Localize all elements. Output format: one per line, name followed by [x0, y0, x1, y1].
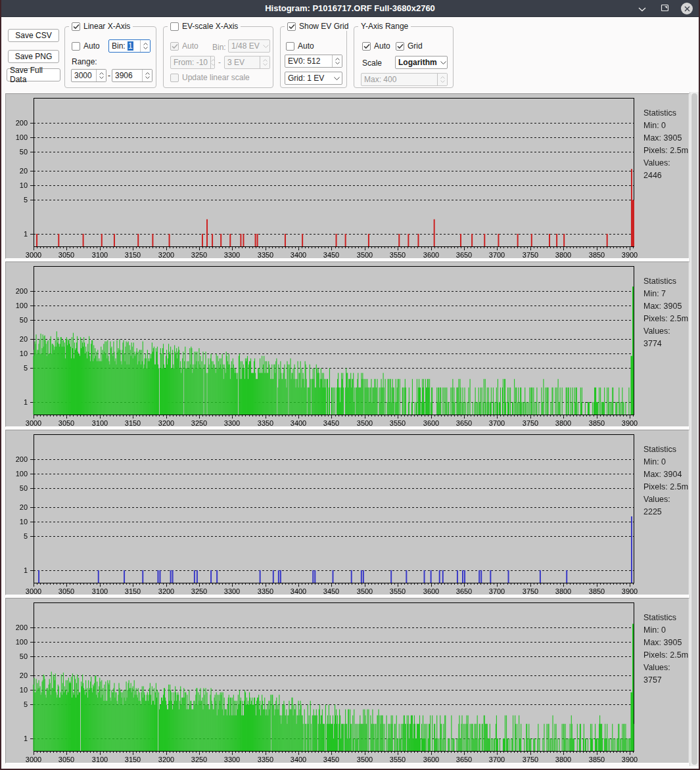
spin-up-icon [99, 72, 104, 75]
histogram-panel-blue: Statistics Min: 0 Max: 3904 Pixels: 2.5m… [5, 430, 689, 595]
range-separator: - [108, 71, 110, 80]
ev0-spinbox[interactable]: EV0: 512 [285, 55, 342, 68]
statistics-block: Statistics Min: 0 Max: 3905 Pixels: 2.5m… [643, 612, 689, 687]
spin-arrows[interactable] [140, 40, 150, 52]
spin-up-icon [440, 76, 445, 79]
spin-up-icon [145, 72, 150, 75]
save-full-data-button[interactable]: Save Full Data [7, 68, 60, 81]
spin-down-icon [335, 62, 340, 64]
linear-auto-checkbox[interactable] [72, 42, 80, 51]
spin-arrows [260, 57, 269, 68]
stat-min: Min: 7 [643, 288, 689, 300]
spin-down-icon [145, 76, 150, 79]
statistics-title: Statistics [643, 275, 689, 288]
stat-min: Min: 0 [643, 120, 689, 132]
titlebar[interactable]: Histogram: P1016717.ORF Full-3680x2760 [1, 0, 699, 17]
spin-up-icon [335, 58, 340, 60]
y-auto-checkbox[interactable] [362, 42, 371, 51]
spin-arrows[interactable] [332, 55, 342, 67]
y-axis-range-group: Y-Axis Range Auto Grid Scale Logarithm M… [354, 26, 454, 88]
stat-values: Values: 2446 [643, 157, 689, 182]
stat-min: Min: 0 [643, 624, 689, 637]
ev-range-separator: - [218, 58, 221, 67]
y-grid-label: Grid [408, 41, 423, 51]
ev-from-spinbox: From: -10 [170, 56, 215, 69]
histogram-canvas-blue [6, 430, 689, 595]
stat-max: Max: 3905 [643, 637, 689, 649]
spin-up-icon [143, 43, 148, 45]
linear-x-axis-checkbox[interactable] [72, 22, 80, 31]
statistics-block: Statistics Min: 0 Max: 3904 Pixels: 2.5m… [643, 443, 689, 518]
close-icon [681, 3, 693, 14]
statistics-block: Statistics Min: 0 Max: 3905 Pixels: 2.5m… [643, 107, 689, 182]
app-window: Histogram: P1016717.ORF Full-3680x2760 S… [0, 0, 700, 770]
stat-max: Max: 3905 [643, 300, 689, 313]
ev-scale-checkbox[interactable] [170, 22, 179, 31]
spin-down-icon [440, 80, 445, 83]
spin-up-icon [211, 59, 215, 62]
spin-down-icon [99, 76, 104, 79]
scale-label: Scale [362, 58, 382, 68]
statistics-title: Statistics [643, 612, 689, 624]
histogram-panel-green: Statistics Min: 7 Max: 3905 Pixels: 2.5m… [5, 261, 689, 427]
statistics-title: Statistics [643, 107, 689, 120]
ev-scale-group: EV-scale X-Axis Auto Bin: 1/48 EV From: … [163, 26, 273, 88]
save-png-button[interactable]: Save PNG [8, 50, 59, 63]
show-ev-grid-checkbox[interactable] [287, 22, 296, 31]
linear-x-axis-group: Linear X-Axis Auto Bin: 1 Range: 3000 - … [64, 26, 156, 88]
y-auto-label: Auto [374, 41, 390, 51]
scale-combobox[interactable]: Logarithm [395, 56, 448, 69]
spin-arrows[interactable] [96, 70, 106, 81]
save-csv-button[interactable]: Save CSV [8, 29, 59, 42]
scrollbar-handle[interactable] [691, 93, 697, 765]
window-title: Histogram: P1016717.ORF Full-3680x2760 [265, 3, 435, 13]
grid-step-combobox[interactable]: Grid: 1 EV [285, 72, 342, 85]
ev-to-spinbox: 3 EV [224, 56, 270, 69]
check-icon [73, 24, 80, 30]
ev-auto-label: Auto [182, 41, 198, 51]
range-max-spinbox[interactable]: 3906 [112, 69, 152, 82]
update-linear-scale-label: Update linear scale [182, 73, 250, 82]
range-label: Range: [72, 57, 97, 66]
statistics-block: Statistics Min: 7 Max: 3905 Pixels: 2.5m… [643, 275, 689, 350]
spin-up-icon [263, 59, 268, 62]
bin-value-selected: 1 [128, 41, 133, 51]
stat-pixels: Pixels: 2.5m [643, 649, 689, 662]
stat-min: Min: 0 [643, 456, 689, 468]
linear-x-axis-label: Linear X-Axis [83, 22, 130, 31]
histogram-panel-green2: Statistics Min: 0 Max: 3905 Pixels: 2.5m… [5, 598, 689, 763]
y-grid-checkbox[interactable] [396, 42, 404, 51]
check-icon [363, 43, 370, 49]
linear-auto-label: Auto [83, 41, 100, 51]
spin-arrows [437, 74, 447, 85]
spin-arrows [210, 57, 215, 68]
y-max-spinbox: Max: 400 [361, 73, 448, 86]
check-icon [289, 24, 295, 30]
spin-arrows[interactable] [142, 70, 152, 81]
histogram-canvas-green [6, 262, 689, 426]
histogram-canvas-green2 [6, 599, 689, 763]
ev-grid-auto-checkbox[interactable] [286, 42, 294, 51]
stat-pixels: Pixels: 2.5m [643, 313, 689, 325]
chevron-down-icon [262, 45, 269, 48]
stat-max: Max: 3905 [643, 132, 689, 145]
close-button[interactable] [680, 2, 693, 15]
show-ev-grid-group: Show EV Grid Auto EV0: 512 Grid: 1 EV [280, 26, 347, 88]
check-icon [397, 43, 404, 49]
histogram-panel-red: Statistics Min: 0 Max: 3905 Pixels: 2.5m… [5, 93, 689, 259]
histogram-canvas-red [6, 94, 689, 258]
bin-spinbox[interactable]: Bin: 1 [108, 39, 151, 53]
range-min-spinbox[interactable]: 3000 [71, 69, 106, 82]
ev-grid-auto-label: Auto [298, 41, 314, 51]
vertical-scrollbar[interactable] [689, 92, 699, 766]
chevron-down-icon [331, 77, 342, 80]
maximize-button[interactable] [658, 2, 671, 15]
chevron-down-icon [440, 61, 447, 64]
y-axis-range-label: Y-Axis Range [361, 22, 408, 31]
check-icon [172, 43, 178, 49]
stat-values: Values: 2225 [643, 493, 689, 518]
stat-max: Max: 3904 [643, 468, 689, 481]
spin-down-icon [143, 47, 148, 49]
update-linear-scale-checkbox [170, 74, 179, 82]
minimize-button[interactable] [636, 2, 649, 15]
